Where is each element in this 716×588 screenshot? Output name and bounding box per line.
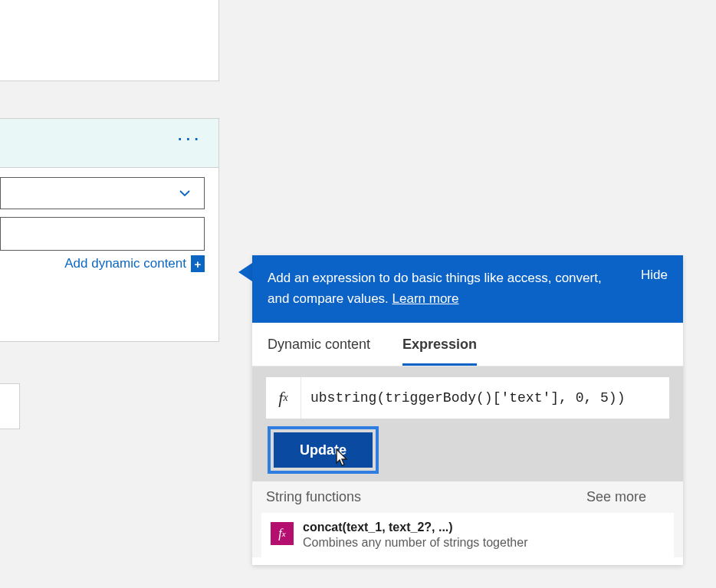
expression-input-area: fx ubstring(triggerBody()['text'], 0, 5)… — [252, 366, 683, 481]
expression-header: Add an expression to do basic things lik… — [252, 255, 683, 323]
formula-row: fx ubstring(triggerBody()['text'], 0, 5)… — [266, 377, 669, 419]
fx-badge-icon: fx — [271, 522, 294, 545]
update-button-wrap: Update — [266, 419, 669, 481]
dropdown-input[interactable] — [0, 177, 205, 209]
suggestion-text: concat(text_1, text_2?, ...) Combines an… — [303, 521, 527, 550]
suggestion-item[interactable]: fx concat(text_1, text_2?, ...) Combines… — [261, 513, 674, 557]
suggestion-title: concat(text_1, text_2?, ...) — [303, 521, 527, 534]
hide-button[interactable]: Hide — [641, 268, 668, 283]
next-step-stub — [0, 383, 20, 429]
add-dynamic-content-label: Add dynamic content — [64, 256, 186, 271]
expression-header-text: Add an expression to do basic things lik… — [268, 268, 626, 309]
action-card-body: Add dynamic content + — [0, 168, 218, 272]
suggestions-section-title: String functions — [266, 489, 361, 505]
learn-more-link[interactable]: Learn more — [392, 291, 459, 306]
expression-panel: Add an expression to do basic things lik… — [252, 255, 683, 565]
update-button-focus-ring: Update — [268, 426, 379, 474]
action-card-header: ··· — [0, 119, 218, 168]
chevron-down-icon — [178, 186, 192, 200]
see-more-link[interactable]: See more — [586, 489, 646, 505]
tab-dynamic-content[interactable]: Dynamic content — [268, 337, 370, 366]
action-card: ··· Add dynamic content + — [0, 118, 219, 342]
update-button[interactable]: Update — [274, 432, 373, 468]
expression-tabs: Dynamic content Expression — [252, 323, 683, 366]
callout-arrow-icon — [238, 263, 252, 281]
suggestions-list: String functions See more fx concat(text… — [252, 481, 683, 557]
plus-icon: + — [191, 255, 205, 272]
suggestion-description: Combines any number of strings together — [303, 536, 527, 550]
text-input[interactable] — [0, 217, 205, 251]
tab-expression[interactable]: Expression — [402, 337, 477, 366]
prior-action-card — [0, 0, 219, 81]
add-dynamic-content-link[interactable]: Add dynamic content + — [0, 255, 205, 272]
suggestions-header: String functions See more — [252, 481, 683, 513]
fx-icon: fx — [266, 377, 301, 419]
formula-input[interactable]: ubstring(triggerBody()['text'], 0, 5)) — [301, 390, 669, 406]
